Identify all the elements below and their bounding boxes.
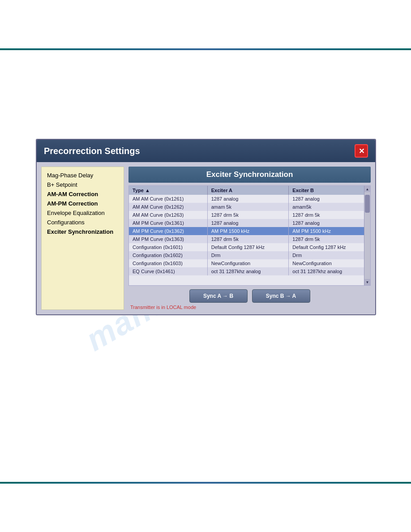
table-row[interactable]: Configuration (0x1602)DrmDrm [129,251,370,259]
cell-type: Configuration (0x1601) [129,243,207,251]
col-exciter-a: Exciter A [207,186,289,195]
cell-exciter-b: 1287 drm 5k [289,235,370,243]
sidebar: Mag-Phase Delay B+ Setpoint AM-AM Correc… [41,167,124,310]
table-row[interactable]: AM AM Curve (0x1263)1287 drm 5k1287 drm … [129,211,370,219]
cell-type: AM PM Curve (0x1362) [129,227,207,235]
cell-type: AM PM Curve (0x1363) [129,235,207,243]
cell-exciter-b: 1287 analog [289,195,370,203]
cell-exciter-b: AM PM 1500 kHz [289,227,370,235]
sidebar-item-mag-phase-delay[interactable]: Mag-Phase Delay [46,171,119,180]
cell-exciter-a: 1287 analog [207,195,289,203]
table-container: Type ▲ Exciter A Exciter B AM AM Curve (… [128,185,371,286]
status-text: Transmitter is in LOCAL mode [128,305,371,310]
col-exciter-b: Exciter B [289,186,370,195]
sidebar-item-b-plus-setpoint[interactable]: B+ Setpoint [46,180,119,189]
table-row[interactable]: AM AM Curve (0x1262)amam 5kamam5k [129,203,370,211]
col-type: Type ▲ [129,186,207,195]
scroll-down-button[interactable]: ▼ [364,279,370,285]
cell-exciter-a: Drm [207,251,289,259]
cell-type: Configuration (0x1602) [129,251,207,259]
sync-b-to-a-button[interactable]: Sync B → A [252,289,310,303]
sync-a-to-b-button[interactable]: Sync A → B [189,289,248,303]
button-row: Sync A → B Sync B → A [128,289,371,303]
sidebar-item-envelope-equalization[interactable]: Envelope Equalization [46,208,119,218]
section-header: Exciter Synchronization [128,167,371,183]
cell-type: EQ Curve (0x1461) [129,267,207,275]
cell-type: AM AM Curve (0x1263) [129,211,207,219]
top-border [0,48,411,50]
cell-exciter-b: 1287 analog [289,219,370,227]
sidebar-item-am-am-correction[interactable]: AM-AM Correction [46,189,119,199]
table-row[interactable]: AM PM Curve (0x1361)1287 analog1287 anal… [129,219,370,227]
cell-exciter-a: 1287 drm 5k [207,211,289,219]
cell-exciter-b: Default Config 1287 kHz [289,243,370,251]
scrollbar-thumb[interactable] [365,195,370,213]
sync-table: Type ▲ Exciter A Exciter B AM AM Curve (… [129,186,370,275]
cell-exciter-a: Default Config 1287 kHz [207,243,289,251]
cell-type: Configuration (0x1603) [129,259,207,267]
table-row[interactable]: AM PM Curve (0x1362)AM PM 1500 kHzAM PM … [129,227,370,235]
scrollbar[interactable]: ▲ ▼ [364,186,370,285]
close-button[interactable]: ✕ [355,144,368,158]
cell-exciter-a: 1287 drm 5k [207,235,289,243]
table-row[interactable]: AM PM Curve (0x1363)1287 drm 5k1287 drm … [129,235,370,243]
cell-exciter-b: 1287 drm 5k [289,211,370,219]
cell-exciter-a: AM PM 1500 kHz [207,227,289,235]
cell-exciter-a: 1287 analog [207,219,289,227]
cell-exciter-b: oct 31 1287khz analog [289,267,370,275]
cell-type: AM AM Curve (0x1261) [129,195,207,203]
cell-exciter-b: Drm [289,251,370,259]
table-row[interactable]: Configuration (0x1601)Default Config 128… [129,243,370,251]
dialog-body: Mag-Phase Delay B+ Setpoint AM-AM Correc… [37,162,375,314]
bottom-border [0,482,411,484]
cell-exciter-a: amam 5k [207,203,289,211]
sidebar-item-exciter-synchronization[interactable]: Exciter Synchronization [46,227,119,236]
dialog-title: Precorrection Settings [44,146,140,156]
table-row[interactable]: Configuration (0x1603)NewConfigurationNe… [129,259,370,267]
precorrection-dialog: Precorrection Settings ✕ Mag-Phase Delay… [36,139,376,315]
cell-type: AM PM Curve (0x1361) [129,219,207,227]
cell-exciter-b: amam5k [289,203,370,211]
table-row[interactable]: EQ Curve (0x1461)oct 31 1287khz analogoc… [129,267,370,275]
cell-exciter-a: oct 31 1287khz analog [207,267,289,275]
table-row[interactable]: AM AM Curve (0x1261)1287 analog1287 anal… [129,195,370,203]
sidebar-item-am-pm-correction[interactable]: AM-PM Correction [46,199,119,208]
cell-type: AM AM Curve (0x1262) [129,203,207,211]
main-content: Exciter Synchronization Type ▲ Exciter A… [128,167,371,310]
scroll-up-button[interactable]: ▲ [364,186,370,192]
dialog-titlebar: Precorrection Settings ✕ [37,140,375,162]
cell-exciter-b: NewConfiguration [289,259,370,267]
cell-exciter-a: NewConfiguration [207,259,289,267]
sidebar-item-configurations[interactable]: Configurations [46,218,119,227]
